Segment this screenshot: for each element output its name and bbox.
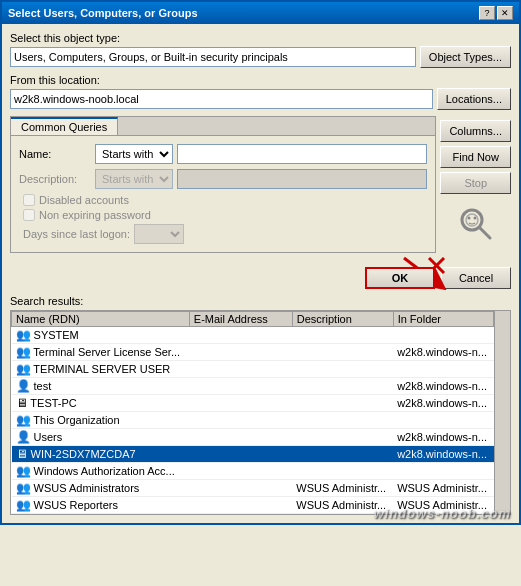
cell-folder: w2k8.windows-n...	[393, 446, 494, 463]
cell-email	[189, 446, 292, 463]
table-row[interactable]: 👤 Users w2k8.windows-n...	[12, 429, 494, 446]
title-bar: Select Users, Computers, or Groups ? ✕	[2, 2, 519, 24]
description-label: Description:	[19, 173, 91, 185]
cell-email	[189, 497, 292, 514]
col-header-email[interactable]: E-Mail Address	[189, 312, 292, 327]
location-input[interactable]	[10, 89, 433, 109]
cell-desc: WSUS Administr...	[292, 497, 393, 514]
table-row[interactable]: 👥 SYSTEM	[12, 327, 494, 344]
cell-name: 👥 WSUS Reporters	[12, 497, 190, 514]
ok-button[interactable]: OK	[365, 267, 435, 289]
cell-name: 👥 WSUS Administrators	[12, 480, 190, 497]
name-row: Name: Starts with Is exactly Ends with C…	[19, 144, 427, 164]
help-button[interactable]: ?	[479, 6, 495, 20]
cell-name: 👥 Windows Authorization Acc...	[12, 463, 190, 480]
tab-body: Name: Starts with Is exactly Ends with C…	[11, 136, 435, 252]
table-row[interactable]: 👥 Terminal Server License Ser... w2k8.wi…	[12, 344, 494, 361]
table-row[interactable]: 🖥 TEST-PC w2k8.windows-n...	[12, 395, 494, 412]
logon-row: Days since last logon:	[23, 224, 427, 244]
cell-folder	[393, 412, 494, 429]
location-label: From this location:	[10, 74, 511, 86]
name-condition-select[interactable]: Starts with Is exactly Ends with Contain…	[95, 144, 173, 164]
table-row[interactable]: 👥 WSUS Administrators WSUS Administr... …	[12, 480, 494, 497]
object-type-row: Select this object type: Object Types...	[10, 32, 511, 68]
stop-button[interactable]: Stop	[440, 172, 511, 194]
cell-desc	[292, 327, 393, 344]
cell-desc	[292, 412, 393, 429]
cell-email	[189, 480, 292, 497]
cell-folder: w2k8.windows-n...	[393, 344, 494, 361]
cell-email	[189, 463, 292, 480]
cell-folder: w2k8.windows-n...	[393, 395, 494, 412]
disabled-accounts-row: Disabled accounts	[23, 194, 427, 206]
col-header-desc[interactable]: Description	[292, 312, 393, 327]
dialog-body: Select this object type: Object Types...…	[2, 24, 519, 523]
tab-common-queries[interactable]: Common Queries	[11, 117, 118, 135]
cell-desc: WSUS Administr...	[292, 480, 393, 497]
ok-cancel-row: OK Cancel	[10, 263, 511, 295]
col-header-name[interactable]: Name (RDN)	[12, 312, 190, 327]
cell-email	[189, 395, 292, 412]
cell-email	[189, 412, 292, 429]
cell-folder	[393, 361, 494, 378]
close-button[interactable]: ✕	[497, 6, 513, 20]
cell-desc	[292, 395, 393, 412]
cell-name: 🖥 WIN-2SDX7MZCDA7	[12, 446, 190, 463]
name-value-input[interactable]	[177, 144, 427, 164]
cancel-button[interactable]: Cancel	[441, 267, 511, 289]
svg-point-3	[467, 217, 470, 220]
disabled-accounts-checkbox[interactable]	[23, 194, 35, 206]
search-icon-area	[440, 206, 511, 242]
svg-point-4	[473, 217, 476, 220]
cell-name: 👥 SYSTEM	[12, 327, 190, 344]
nonexpiring-checkbox[interactable]	[23, 209, 35, 221]
cell-folder: w2k8.windows-n...	[393, 429, 494, 446]
title-bar-controls: ? ✕	[479, 6, 513, 20]
cell-desc	[292, 463, 393, 480]
name-label: Name:	[19, 148, 91, 160]
results-container: Name (RDN) E-Mail Address Description In…	[10, 310, 511, 515]
cell-folder: WSUS Administr...	[393, 497, 494, 514]
logon-select[interactable]	[134, 224, 184, 244]
columns-button[interactable]: Columns...	[440, 120, 511, 142]
scrollbar[interactable]	[494, 311, 510, 514]
desc-value-input	[177, 169, 427, 189]
col-header-folder[interactable]: In Folder	[393, 312, 494, 327]
cell-name: 👥 This Organization	[12, 412, 190, 429]
common-queries-tab: Common Queries Name: Starts with Is exac…	[10, 116, 436, 253]
cell-folder	[393, 327, 494, 344]
cell-folder	[393, 463, 494, 480]
cell-name: 🖥 TEST-PC	[12, 395, 190, 412]
cell-desc	[292, 378, 393, 395]
dialog-title: Select Users, Computers, or Groups	[8, 7, 198, 19]
cell-email	[189, 344, 292, 361]
object-types-button[interactable]: Object Types...	[420, 46, 511, 68]
cell-name: 👤 Users	[12, 429, 190, 446]
cell-desc	[292, 361, 393, 378]
table-row[interactable]: 🖥 WIN-2SDX7MZCDA7 w2k8.windows-n...	[12, 446, 494, 463]
table-row[interactable]: 👥 WSUS Reporters WSUS Administr... WSUS …	[12, 497, 494, 514]
desc-condition-select[interactable]: Starts with Is exactly Contains	[95, 169, 173, 189]
table-row[interactable]: 👤 test w2k8.windows-n...	[12, 378, 494, 395]
table-row[interactable]: 👥 Windows Authorization Acc...	[12, 463, 494, 480]
cell-name: 👥 TERMINAL SERVER USER	[12, 361, 190, 378]
cell-email	[189, 327, 292, 344]
disabled-accounts-label: Disabled accounts	[39, 194, 129, 206]
cell-name: 👥 Terminal Server License Ser...	[12, 344, 190, 361]
object-type-label: Select this object type:	[10, 32, 511, 44]
table-row[interactable]: 👥 This Organization	[12, 412, 494, 429]
svg-line-2	[480, 228, 490, 238]
nonexpiring-label: Non expiring password	[39, 209, 151, 221]
cell-email	[189, 361, 292, 378]
object-type-input[interactable]	[10, 47, 416, 67]
select-users-dialog: Select Users, Computers, or Groups ? ✕ S…	[0, 0, 521, 525]
cell-email	[189, 378, 292, 395]
cell-folder: w2k8.windows-n...	[393, 378, 494, 395]
cell-desc	[292, 429, 393, 446]
description-row: Description: Starts with Is exactly Cont…	[19, 169, 427, 189]
table-row[interactable]: 👥 TERMINAL SERVER USER	[12, 361, 494, 378]
cell-folder: WSUS Administr...	[393, 480, 494, 497]
find-now-button[interactable]: Find Now	[440, 146, 511, 168]
cell-desc	[292, 344, 393, 361]
locations-button[interactable]: Locations...	[437, 88, 511, 110]
